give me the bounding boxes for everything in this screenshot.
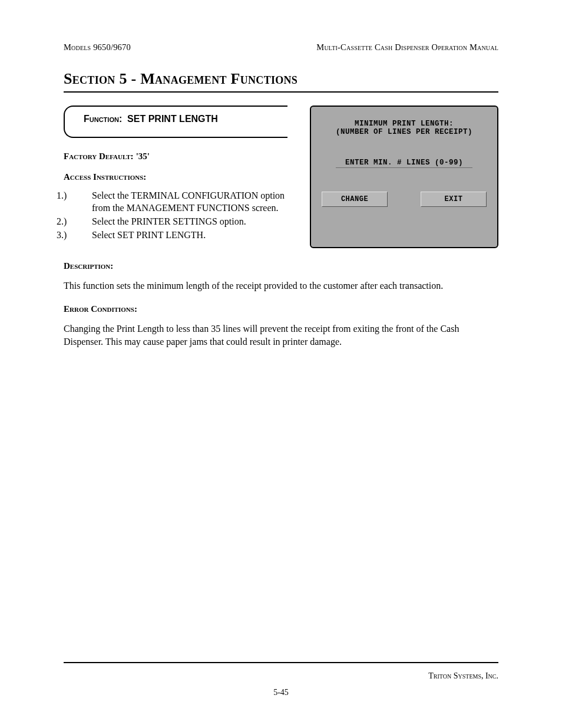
access-step: Select SET PRINT LENGTH.: [64, 229, 302, 241]
error-conditions-text: Changing the Print Length to less than 3…: [64, 322, 498, 348]
section-title: Section 5 - Management Functions: [64, 70, 498, 88]
terminal-title-line2: (NUMBER OF LINES PER RECEIPT): [319, 128, 489, 136]
access-instructions-label: Access Instructions:: [64, 172, 302, 182]
page-number: 5-45: [0, 688, 562, 697]
access-steps-list: Select the TERMINAL CONFIGURATION option…: [64, 189, 302, 241]
terminal-input-row: ENTER MIN. # LINES (0-99): [336, 159, 472, 168]
footer-company: Triton Systems, Inc.: [428, 671, 498, 681]
terminal-change-button[interactable]: CHANGE: [322, 192, 388, 207]
footer-rule: [64, 662, 498, 663]
error-conditions-label: Error Conditions:: [64, 304, 498, 314]
terminal-title-line1: MINIMUM PRINT LENGTH:: [319, 120, 489, 128]
terminal-exit-button[interactable]: EXIT: [421, 192, 487, 207]
terminal-input-label: ENTER MIN. # LINES (0-99): [345, 159, 463, 167]
access-step: Select the PRINTER SETTINGS option.: [64, 215, 302, 228]
title-rule: [64, 91, 498, 93]
function-name: SET PRINT LENGTH: [127, 114, 218, 124]
factory-default-label: Factory Default:: [64, 151, 134, 161]
description-label: Description:: [64, 261, 498, 271]
factory-default-value: '35': [136, 151, 150, 161]
function-label: Function:: [84, 114, 122, 124]
function-box: Function: SET PRINT LENGTH: [64, 106, 302, 138]
terminal-screenshot: MINIMUM PRINT LENGTH: (NUMBER OF LINES P…: [310, 106, 498, 248]
header-right: Multi-Cassette Cash Dispenser Operation …: [316, 42, 498, 52]
description-text: This function sets the minimum length of…: [64, 279, 498, 292]
header-left: Models 9650/9670: [64, 42, 131, 52]
access-step: Select the TERMINAL CONFIGURATION option…: [64, 189, 302, 214]
